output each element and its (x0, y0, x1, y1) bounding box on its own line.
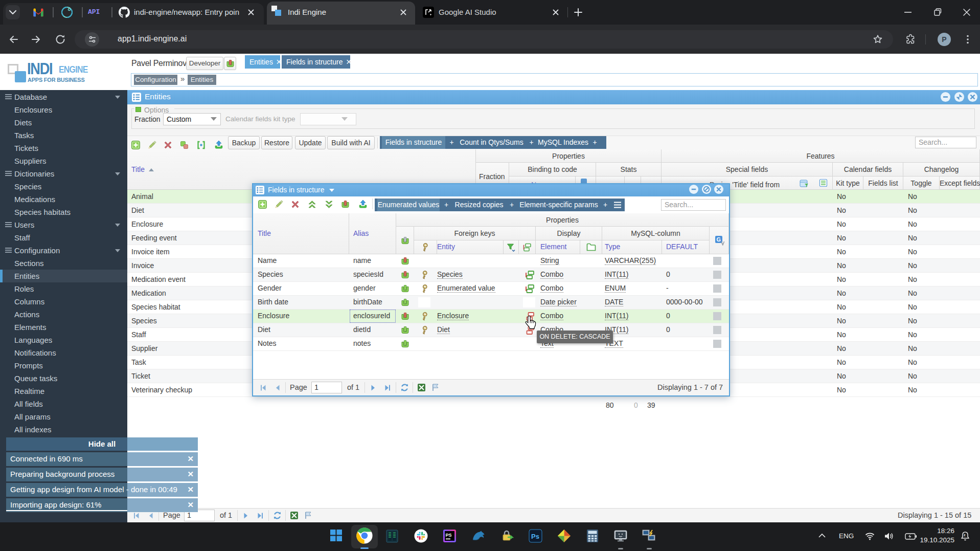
svg-text:G: G (717, 236, 721, 243)
svg-text:z: z (964, 533, 966, 537)
svg-text:PS: PS (446, 533, 452, 538)
svg-text:Ps: Ps (531, 533, 539, 540)
